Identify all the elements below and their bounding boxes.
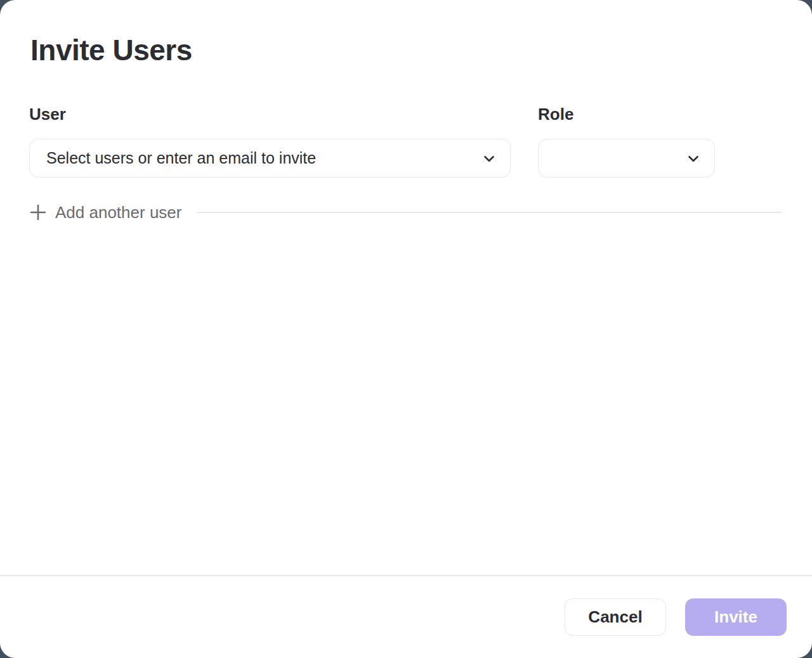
invite-button[interactable]: Invite: [685, 598, 787, 636]
add-user-divider: [197, 212, 782, 213]
chevron-down-icon: [481, 150, 497, 167]
add-another-user-button[interactable]: Add another user: [29, 203, 181, 223]
role-select[interactable]: [538, 139, 715, 177]
invite-users-modal: Invite Users User Role Select users or e…: [0, 0, 812, 658]
footer-divider: [0, 575, 812, 576]
add-user-row: Add another user: [29, 202, 782, 223]
cancel-button[interactable]: Cancel: [565, 598, 666, 636]
role-field-label: Role: [538, 105, 573, 124]
chevron-down-icon: [685, 150, 702, 167]
user-field-label: User: [29, 105, 66, 124]
user-select[interactable]: Select users or enter an email to invite: [29, 139, 511, 177]
page-title: Invite Users: [30, 33, 192, 67]
user-select-placeholder: Select users or enter an email to invite: [46, 149, 481, 167]
plus-icon: [29, 203, 47, 221]
add-another-user-label: Add another user: [55, 203, 181, 223]
